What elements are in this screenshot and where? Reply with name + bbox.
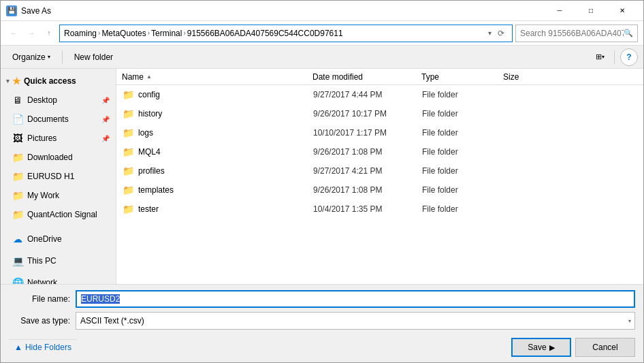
folder-icon: 📁 bbox=[123, 108, 134, 119]
toolbar-separator bbox=[62, 50, 63, 64]
view-button[interactable]: ⊞ ▾ bbox=[591, 48, 609, 66]
sidebar-item-quantaction[interactable]: 📁 QuantAction Signal bbox=[1, 205, 116, 224]
thispc-icon: 💻 bbox=[12, 255, 23, 266]
folder-icon: 📁 bbox=[123, 165, 134, 176]
addr-hash[interactable]: 915566BA06ADA407569C544CC0D97611 bbox=[187, 29, 343, 38]
quick-access-expand-icon: ▾ bbox=[6, 78, 10, 84]
dialog-icon: 💾 bbox=[6, 5, 17, 16]
form-buttons: Save ▶ Cancel bbox=[511, 338, 635, 357]
savetype-row: Save as type: ASCII Text (*.csv) ▾ bbox=[9, 312, 635, 330]
search-input[interactable] bbox=[520, 29, 624, 38]
sidebar-item-pictures[interactable]: 🖼 Pictures 📌 bbox=[1, 129, 116, 148]
maximize-button[interactable]: □ bbox=[575, 1, 607, 21]
address-chevron-icon[interactable]: ▾ bbox=[488, 29, 492, 37]
search-box: 🔍 bbox=[515, 25, 638, 42]
quick-access-star-icon: ★ bbox=[12, 76, 21, 86]
quick-access-header[interactable]: ▾ ★ Quick access bbox=[1, 72, 116, 91]
cancel-button[interactable]: Cancel bbox=[575, 338, 635, 357]
file-date: 9/27/2017 4:44 PM bbox=[308, 90, 417, 99]
search-icon: 🔍 bbox=[624, 29, 633, 37]
sort-icon: ▲ bbox=[146, 74, 152, 80]
close-button[interactable]: ✕ bbox=[607, 1, 638, 21]
sidebar-item-downloaded[interactable]: 📁 Downloaded bbox=[1, 148, 116, 167]
new-folder-button[interactable]: New folder bbox=[68, 48, 119, 66]
help-button[interactable]: ? bbox=[620, 48, 638, 66]
network-icon: 🌐 bbox=[12, 277, 23, 284]
minimize-button[interactable]: ─ bbox=[544, 1, 575, 21]
sidebar-item-documents-label: Documents bbox=[27, 114, 69, 124]
eurusd-folder-icon: 📁 bbox=[12, 171, 23, 182]
file-date: 9/26/2017 1:08 PM bbox=[308, 185, 417, 195]
sidebar-item-onedrive[interactable]: ☁ OneDrive bbox=[1, 230, 116, 249]
file-type: File folder bbox=[417, 185, 498, 195]
sidebar-item-downloaded-label: Downloaded bbox=[27, 153, 73, 162]
addr-roaming[interactable]: Roaming bbox=[64, 29, 97, 38]
col-name-header[interactable]: Name ▲ bbox=[116, 72, 307, 82]
address-bar[interactable]: Roaming › MetaQuotes › Terminal › 915566… bbox=[59, 25, 513, 42]
addr-metaquotes[interactable]: MetaQuotes bbox=[101, 29, 146, 38]
table-row[interactable]: 📁 templates 9/26/2017 1:08 PM File folde… bbox=[116, 180, 643, 200]
window-controls: ─ □ ✕ bbox=[544, 1, 638, 21]
back-button[interactable]: ← bbox=[6, 26, 21, 41]
sidebar-item-desktop[interactable]: 🖥 Desktop 📌 bbox=[1, 91, 116, 110]
pin-icon-3[interactable]: 📌 bbox=[101, 135, 110, 142]
pin-icon-2[interactable]: 📌 bbox=[101, 116, 110, 123]
savetype-select[interactable]: ASCII Text (*.csv) bbox=[76, 312, 635, 330]
table-row[interactable]: 📁 logs 10/10/2017 1:17 PM File folder bbox=[116, 123, 643, 142]
sidebar-item-mywork[interactable]: 📁 My Work bbox=[1, 186, 116, 205]
view-chevron-icon: ▾ bbox=[602, 54, 605, 60]
file-area: Name ▲ Date modified Type Size 📁 config … bbox=[116, 69, 643, 284]
save-label: Save bbox=[528, 343, 546, 352]
file-date: 9/26/2017 1:08 PM bbox=[308, 147, 417, 157]
organize-chevron-icon: ▾ bbox=[48, 54, 50, 60]
addr-terminal[interactable]: Terminal bbox=[151, 29, 182, 38]
column-header: Name ▲ Date modified Type Size bbox=[116, 69, 643, 85]
sidebar-item-mywork-label: My Work bbox=[27, 191, 59, 200]
sidebar-item-network[interactable]: 🌐 Network bbox=[1, 273, 116, 284]
toolbar-separator-2 bbox=[614, 50, 615, 64]
desktop-icon: 🖥 bbox=[12, 95, 23, 106]
documents-icon: 📄 bbox=[12, 114, 23, 125]
bottom-section: File name: Save as type: ASCII Text (*.c… bbox=[1, 284, 643, 362]
table-row[interactable]: 📁 tester 10/4/2017 1:35 PM File folder bbox=[116, 200, 643, 219]
main-content: ▾ ★ Quick access 🖥 Desktop 📌 📄 Documents… bbox=[1, 69, 643, 284]
name-column-label: Name bbox=[122, 72, 144, 82]
sidebar-item-thispc[interactable]: 💻 This PC bbox=[1, 251, 116, 270]
file-name-text: templates bbox=[138, 185, 174, 195]
up-button[interactable]: ↑ bbox=[42, 26, 57, 41]
folder-icon: 📁 bbox=[123, 204, 134, 215]
col-date-header[interactable]: Date modified bbox=[307, 72, 416, 82]
table-row[interactable]: 📁 config 9/27/2017 4:44 PM File folder bbox=[116, 85, 643, 104]
folder-icon: 📁 bbox=[123, 127, 134, 138]
table-row[interactable]: 📁 MQL4 9/26/2017 1:08 PM File folder bbox=[116, 142, 643, 161]
sidebar-item-eurusd[interactable]: 📁 EURUSD H1 bbox=[1, 167, 116, 186]
file-type: File folder bbox=[417, 166, 498, 176]
refresh-button[interactable]: ⟳ bbox=[494, 27, 508, 40]
file-name-text: logs bbox=[138, 128, 153, 138]
save-button[interactable]: Save ▶ bbox=[511, 338, 571, 357]
forward-button[interactable]: → bbox=[24, 26, 39, 41]
file-type: File folder bbox=[417, 204, 498, 214]
sidebar-item-documents[interactable]: 📄 Documents 📌 bbox=[1, 110, 116, 129]
folder-icon: 📁 bbox=[123, 146, 134, 157]
pin-icon[interactable]: 📌 bbox=[101, 97, 110, 104]
hide-folders-btn[interactable]: ▲ Hide Folders bbox=[9, 339, 77, 355]
sidebar-item-onedrive-label: OneDrive bbox=[27, 234, 62, 244]
table-row[interactable]: 📁 history 9/26/2017 10:17 PM File folder bbox=[116, 104, 643, 123]
file-date: 10/10/2017 1:17 PM bbox=[308, 128, 417, 138]
savetype-wrapper: ASCII Text (*.csv) ▾ bbox=[76, 312, 635, 330]
sidebar-item-desktop-label: Desktop bbox=[27, 95, 57, 105]
col-size-header[interactable]: Size bbox=[498, 72, 524, 82]
quick-access-label: Quick access bbox=[24, 76, 76, 86]
file-name-text: tester bbox=[138, 204, 159, 214]
sidebar-item-eurusd-label: EURUSD H1 bbox=[27, 172, 74, 181]
toolbar: Organize ▾ New folder ⊞ ▾ ? bbox=[1, 46, 643, 69]
table-row[interactable]: 📁 profiles 9/27/2017 4:21 PM File folder bbox=[116, 161, 643, 180]
filename-input[interactable] bbox=[76, 290, 635, 308]
file-date: 10/4/2017 1:35 PM bbox=[308, 204, 417, 214]
sidebar: ▾ ★ Quick access 🖥 Desktop 📌 📄 Documents… bbox=[1, 69, 116, 284]
hide-folders-label: Hide Folders bbox=[25, 343, 71, 352]
col-type-header[interactable]: Type bbox=[416, 72, 498, 82]
organize-button[interactable]: Organize ▾ bbox=[6, 48, 57, 66]
sidebar-item-network-label: Network bbox=[27, 278, 57, 284]
